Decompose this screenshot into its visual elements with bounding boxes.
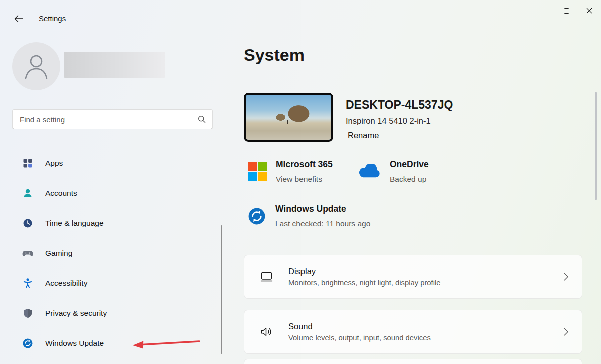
sidebar-item-windows-update[interactable]: Windows Update (7, 332, 215, 354)
sidebar-item-label: Privacy & security (45, 309, 107, 318)
shield-icon (22, 308, 33, 319)
settings-card-partial[interactable] (244, 359, 582, 364)
sidebar-item-label: Gaming (45, 249, 72, 258)
sidebar-item-label: Accounts (45, 189, 77, 198)
close-icon (586, 8, 592, 14)
search-input[interactable] (13, 110, 198, 129)
card-title: Display (288, 267, 563, 276)
device-thumbnail (244, 93, 333, 142)
onedrive-icon (358, 164, 381, 185)
sidebar-item-apps[interactable]: Apps (7, 152, 215, 174)
time-language-icon (22, 218, 33, 229)
avatar[interactable] (12, 42, 60, 90)
sidebar-item-accounts[interactable]: Accounts (7, 182, 215, 204)
tile-subtitle: Last checked: 11 hours ago (275, 218, 370, 230)
card-subtitle: Volume levels, output, input, sound devi… (288, 334, 563, 342)
settings-card-display[interactable]: Display Monitors, brightness, night ligh… (244, 255, 582, 299)
windows-update-icon (22, 338, 33, 349)
sidebar-item-label: Windows Update (45, 339, 104, 348)
gaming-icon (22, 248, 33, 259)
sidebar-item-label: Accessibility (45, 279, 87, 288)
sidebar-item-label: Apps (45, 159, 63, 168)
tile-onedrive[interactable]: OneDrive Backed up (358, 158, 429, 185)
close-button[interactable] (578, 0, 601, 21)
user-icon (23, 52, 49, 80)
maximize-icon (564, 8, 569, 14)
sidebar-item-gaming[interactable]: Gaming (7, 242, 215, 264)
sidebar-item-label: Time & language (45, 219, 104, 228)
accounts-icon (22, 188, 33, 199)
apps-icon (22, 158, 33, 169)
back-button[interactable] (10, 11, 27, 26)
tile-microsoft-365[interactable]: Microsoft 365 View benefits (248, 158, 333, 185)
app-title: Settings (39, 14, 66, 23)
device-name: DESKTOP-4L537JQ (346, 98, 453, 112)
window-controls (532, 0, 601, 21)
tile-windows-update[interactable]: Windows Update Last checked: 11 hours ag… (247, 202, 370, 230)
sidebar-scrollbar[interactable] (221, 225, 222, 354)
windows-update-status-icon (247, 207, 266, 230)
sidebar-item-time-language[interactable]: Time & language (7, 212, 215, 234)
page-scrollbar[interactable] (595, 92, 597, 200)
search-icon (198, 115, 206, 123)
rename-button[interactable]: Rename (346, 130, 381, 141)
sidebar-item-accessibility[interactable]: Accessibility (7, 272, 215, 294)
back-arrow-icon (14, 15, 23, 22)
minimize-icon (541, 11, 546, 11)
settings-card-sound[interactable]: Sound Volume levels, output, input, soun… (244, 310, 582, 354)
sound-icon (244, 326, 288, 338)
search-box (12, 109, 213, 129)
display-icon (244, 271, 288, 283)
chevron-right-icon (563, 327, 569, 336)
user-name-redacted (64, 52, 165, 78)
sidebar-item-privacy-security[interactable]: Privacy & security (7, 302, 215, 324)
accessibility-icon (22, 278, 33, 289)
settings-window: Settings Apps Accounts Time & langu (0, 0, 601, 364)
device-model: Inspiron 14 5410 2-in-1 (346, 116, 431, 126)
minimize-button[interactable] (532, 0, 555, 21)
microsoft-365-icon (248, 162, 267, 185)
tile-title: OneDrive (390, 158, 429, 171)
maximize-button[interactable] (555, 0, 578, 21)
card-subtitle: Monitors, brightness, night light, displ… (288, 279, 563, 287)
chevron-right-icon (563, 272, 569, 281)
page-title: System (244, 45, 305, 65)
tile-subtitle[interactable]: View benefits (276, 173, 333, 185)
card-title: Sound (288, 322, 563, 331)
tile-subtitle: Backed up (390, 173, 429, 185)
device-wallpaper (246, 95, 331, 140)
tile-title: Windows Update (275, 203, 370, 215)
tile-title: Microsoft 365 (276, 158, 333, 171)
